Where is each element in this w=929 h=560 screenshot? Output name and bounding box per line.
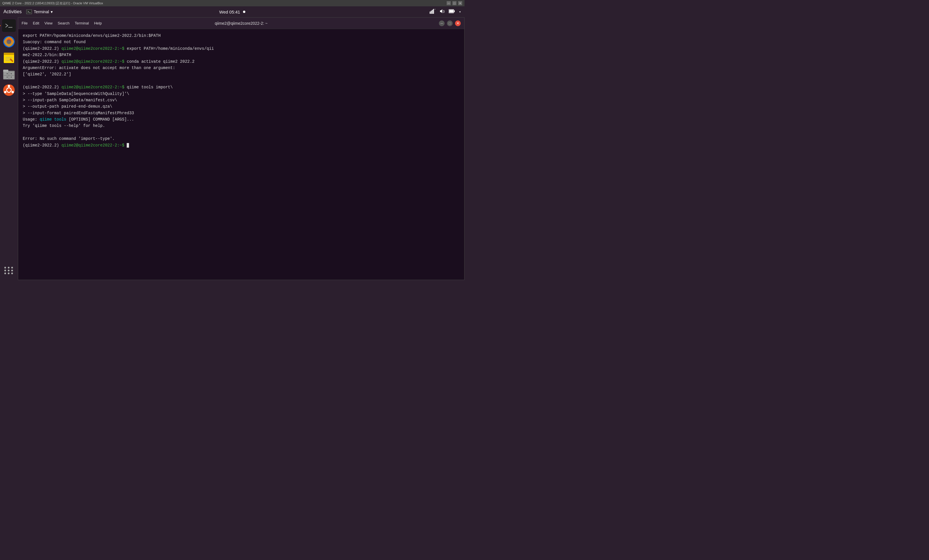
svg-text:): ) [443, 10, 445, 13]
topbar-terminal-button[interactable]: Terminal ▾ [26, 9, 53, 14]
dock-item-notes[interactable] [2, 50, 16, 65]
topbar-right: ) ) ▾ [430, 9, 461, 15]
output-line-15: Try 'qiime tools --help' for help. [23, 122, 460, 129]
network-icon[interactable] [430, 9, 435, 15]
output-line-13: > --input-format pairedEndFastqManifestP… [23, 110, 460, 116]
svg-marker-7 [440, 9, 442, 13]
output-line-14: Usage: qiime tools [OPTIONS] COMMAND [AR… [23, 116, 460, 122]
output-line-16 [23, 129, 460, 136]
svg-point-30 [7, 77, 8, 78]
topbar-clock: Wed 05:41 [219, 9, 240, 14]
svg-point-16 [7, 40, 11, 44]
svg-point-31 [11, 77, 12, 78]
cmd-9: qiime tools import\ [124, 85, 173, 89]
cmd-5: conda activate qiime2 2022.2 [124, 59, 195, 64]
activities-button[interactable]: Activities [3, 9, 21, 14]
prompt-18: qiime2@qiime2core2022-2:~$ [61, 143, 124, 148]
terminal-close-button[interactable]: ✕ [455, 20, 461, 26]
svg-rect-18 [4, 53, 14, 55]
terminal-window: File Edit View Search Terminal Help qiim… [18, 17, 464, 280]
output-line-18: (qiime2-2022.2) qiime2@qiime2core2022-2:… [23, 142, 460, 148]
output-line-9: (qiime2-2022.2) qiime2@qiime2core2022-2:… [23, 84, 460, 90]
prompt-9: qiime2@qiime2core2022-2:~$ [61, 85, 124, 89]
vbox-titlebar: QIIME 2 Core - 2022.2 (1654113933) [正在运行… [0, 0, 464, 6]
terminal-body[interactable]: export PATH=/hpome/miniconda/envs/qiime2… [18, 29, 464, 280]
terminal-minimize-button[interactable]: ─ [439, 20, 445, 26]
terminal-title: qiime2@qiime2core2022-2: ~ [215, 21, 268, 26]
usage-rest: [OPTIONS] COMMAND [ARGS]... [66, 117, 134, 122]
dock-show-apps[interactable] [2, 265, 16, 277]
menu-view[interactable]: View [44, 21, 52, 25]
topbar-notification-dot [243, 11, 245, 13]
output-line-17: Error: No such command 'import--type'. [23, 136, 460, 142]
cmd-3: export PATH=/home/miniconda/envs/qii [124, 46, 214, 51]
terminal-cursor [127, 143, 129, 148]
output-line-12: > --output-path paired-end-demux.qza\ [23, 103, 460, 110]
dock-item-ubuntu[interactable] [2, 83, 16, 97]
prompt-5: qiime2@qiime2core2022-2:~$ [61, 59, 124, 64]
svg-rect-12 [449, 10, 453, 12]
terminal-window-controls: ─ □ ✕ [439, 20, 461, 26]
menu-search[interactable]: Search [58, 21, 69, 25]
svg-rect-2 [430, 12, 431, 14]
env-prefix-9: (qiime2-2022.2) [23, 85, 61, 89]
dock [0, 17, 18, 280]
terminal-small-icon [26, 9, 32, 14]
grid-dot [11, 267, 13, 268]
vbox-close-button[interactable]: ✕ [458, 1, 462, 5]
cmd-18 [124, 143, 127, 148]
output-line-7: ['qiime2', '2022.2'] [23, 71, 460, 77]
menu-terminal[interactable]: Terminal [75, 21, 89, 25]
usage-highlight: qiime tools [40, 117, 66, 122]
menu-edit[interactable]: Edit [33, 21, 39, 25]
dock-item-terminal[interactable] [2, 18, 16, 33]
grid-dot [11, 272, 13, 274]
svg-point-28 [7, 73, 8, 74]
svg-rect-24 [3, 70, 8, 72]
vbox-controls: ─ □ ✕ [447, 1, 462, 5]
output-line-11: > --input-path SampleData/manifest.csv\ [23, 97, 460, 103]
vbox-minimize-button[interactable]: ─ [447, 1, 451, 5]
topbar-terminal-arrow[interactable]: ▾ [51, 9, 53, 14]
terminal-maximize-button[interactable]: □ [447, 20, 453, 26]
output-line-5: (qiime2-2022.2) qiime2@qiime2core2022-2:… [23, 58, 460, 65]
prompt-3: qiime2@qiime2core2022-2:~$ [61, 46, 124, 51]
output-line-4: me2-2022.2/bin:$PATH [23, 52, 460, 58]
grid-dot [8, 267, 9, 268]
gnome-topbar: Activities Terminal ▾ Wed 05:41 [0, 6, 464, 17]
battery-icon[interactable] [449, 9, 455, 15]
sound-icon[interactable]: ) ) [440, 9, 445, 15]
svg-point-29 [11, 73, 12, 74]
dock-item-files[interactable] [2, 67, 16, 81]
dock-item-firefox[interactable] [2, 35, 16, 49]
svg-point-35 [12, 91, 14, 93]
output-line-6: ArgumentError: activate does not accept … [23, 65, 460, 71]
output-line-10: > --type 'SampleData[SequencesWithQualit… [23, 91, 460, 97]
svg-rect-4 [432, 10, 433, 14]
grid-dot [4, 272, 6, 274]
grid-dot [8, 272, 9, 274]
menu-file[interactable]: File [21, 21, 28, 25]
terminal-menu: File Edit View Search Terminal Help [21, 21, 102, 25]
vbox-maximize-button[interactable]: □ [452, 1, 457, 5]
svg-rect-11 [454, 10, 455, 12]
vbox-title: QIIME 2 Core - 2022.2 (1654113933) [正在运行… [2, 1, 103, 6]
env-prefix-5: (qiime2-2022.2) [23, 59, 61, 64]
env-prefix-18: (qiime2-2022.2) [23, 143, 61, 148]
grid-dot [4, 270, 6, 271]
menu-help[interactable]: Help [94, 21, 102, 25]
svg-rect-3 [431, 11, 432, 14]
svg-rect-13 [4, 21, 14, 30]
dock-terminal-icon [2, 19, 16, 32]
grid-dot [4, 267, 6, 268]
topbar-left: Activities Terminal ▾ [3, 9, 53, 14]
topbar-center: Wed 05:41 [219, 9, 245, 14]
terminal-header: File Edit View Search Terminal Help qiim… [18, 18, 464, 29]
output-line-8 [23, 78, 460, 84]
dock-grid-icon [2, 265, 16, 277]
output-line-2: 1uacopy: command not found [23, 39, 460, 45]
env-prefix-3: (qiime2-2022.2) [23, 46, 61, 51]
topbar-terminal-label: Terminal [34, 9, 49, 14]
usage-label: Usage: [23, 117, 40, 122]
topbar-menu-arrow[interactable]: ▾ [459, 10, 461, 14]
